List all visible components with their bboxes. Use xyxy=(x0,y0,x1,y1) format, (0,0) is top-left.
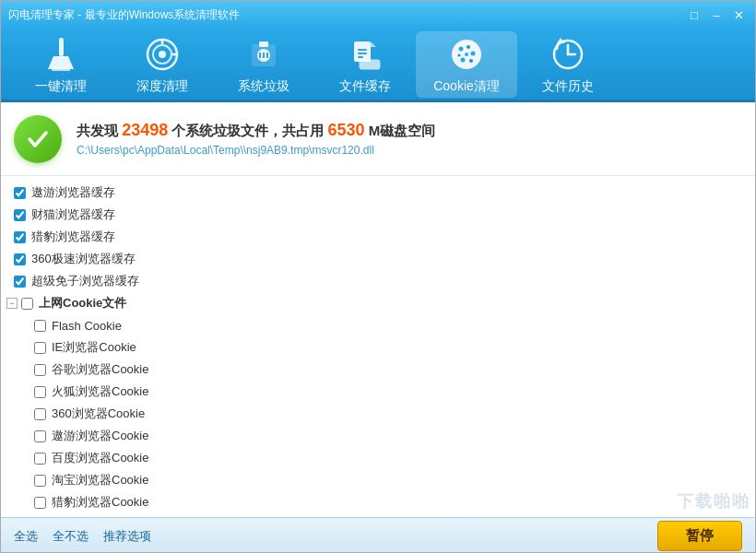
list-item-flash-cookie[interactable]: Flash Cookie xyxy=(1,314,755,336)
cookie-group-header[interactable]: − 上网Cookie文件 xyxy=(1,292,755,314)
summary-count: 23498 xyxy=(122,121,168,139)
nav-bar: 一键清理 深度清理 系统垃圾 xyxy=(1,29,755,102)
super-cache-checkbox[interactable] xyxy=(14,276,26,288)
firefox-cookie-label: 火狐浏览器Cookie xyxy=(52,383,148,400)
360-cookie-checkbox[interactable] xyxy=(34,408,46,420)
select-all-link[interactable]: 全选 xyxy=(14,528,38,545)
summary-bar: 共发现 23498 个系统垃圾文件，共占用 6530 M磁盘空间 C:\User… xyxy=(1,102,755,176)
liebao-cache-label: 猎豹浏览器缓存 xyxy=(31,229,115,245)
aoyou-cookie-label: 遨游浏览器Cookie xyxy=(52,428,148,444)
nav-file-cache[interactable]: 文件缓存 xyxy=(314,31,416,98)
svg-marker-1 xyxy=(48,56,74,69)
summary-path: C:\Users\pc\AppData\Local\Temp\\nsj9AB9.… xyxy=(77,144,435,157)
recommended-link[interactable]: 推荐选项 xyxy=(103,528,151,545)
svg-point-21 xyxy=(459,46,464,51)
caomao-cache-label: 财猫浏览器缓存 xyxy=(31,206,115,223)
liebao-cookie-label: 猎豹浏览器Cookie xyxy=(52,494,148,511)
nav-deep-clean[interactable]: 深度清理 xyxy=(112,31,213,98)
baidu-cookie-checkbox[interactable] xyxy=(34,453,46,465)
ie-cookie-label: IE浏览器Cookie xyxy=(52,339,136,356)
caomao-cookie-label: 财猫浏览器Cookie xyxy=(52,516,148,517)
ie-cookie-checkbox[interactable] xyxy=(34,342,46,354)
list-item-aoyou-cache[interactable]: 遨游浏览器缓存 xyxy=(1,182,755,204)
summary-main: 共发现 23498 个系统垃圾文件，共占用 6530 M磁盘空间 xyxy=(77,121,435,140)
check-circle xyxy=(14,115,62,163)
svg-rect-0 xyxy=(59,38,64,56)
list-item-liebao-cache[interactable]: 猎豹浏览器缓存 xyxy=(1,226,755,248)
sys-junk-icon xyxy=(243,34,284,75)
nav-sys-junk-label: 系统垃圾 xyxy=(238,78,289,95)
aoyou-cookie-checkbox[interactable] xyxy=(34,430,46,442)
chrome-cookie-label: 谷歌浏览器Cookie xyxy=(52,361,148,378)
pause-button[interactable]: 暂停 xyxy=(657,521,742,551)
cookie-icon xyxy=(446,34,487,75)
nav-file-history-label: 文件历史 xyxy=(542,78,594,95)
file-cache-icon xyxy=(345,34,385,75)
flash-cookie-label: Flash Cookie xyxy=(52,319,122,333)
maximize-button[interactable]: □ xyxy=(685,7,703,22)
list-item-liebao-cookie[interactable]: 猎豹浏览器Cookie xyxy=(1,491,755,513)
title-bar: 闪电清理专家 - 最专业的Windows系统清理软件 □ ‒ ✕ xyxy=(1,1,755,29)
svg-point-27 xyxy=(465,53,468,56)
360speed-cache-checkbox[interactable] xyxy=(14,253,26,265)
liebao-cookie-checkbox[interactable] xyxy=(34,497,46,509)
nav-one-key-label: 一键清理 xyxy=(35,78,87,95)
cookie-group-checkbox[interactable] xyxy=(21,298,33,310)
list-item-firefox-cookie[interactable]: 火狐浏览器Cookie xyxy=(1,381,755,403)
svg-point-26 xyxy=(458,53,461,56)
flash-cookie-checkbox[interactable] xyxy=(34,320,46,332)
taobao-cookie-checkbox[interactable] xyxy=(34,475,46,487)
list-item-aoyou-cookie[interactable]: 遨游浏览器Cookie xyxy=(1,425,755,447)
nav-cookie-clean-label: Cookie清理 xyxy=(433,78,500,95)
aoyou-cache-label: 遨游浏览器缓存 xyxy=(31,184,115,201)
list-item-taobao-cookie[interactable]: 淘宝浏览器Cookie xyxy=(1,469,755,491)
nav-sys-junk[interactable]: 系统垃圾 xyxy=(213,31,314,98)
nav-deep-clean-label: 深度清理 xyxy=(136,78,188,95)
deep-clean-icon xyxy=(142,34,183,75)
liebao-cache-checkbox[interactable] xyxy=(14,231,26,243)
list-item-360speed-cache[interactable]: 360极速浏览器缓存 xyxy=(1,248,755,270)
bottom-bar: 全选 全不选 推荐选项 暂停 xyxy=(1,517,755,553)
svg-point-22 xyxy=(467,45,470,49)
svg-rect-19 xyxy=(360,60,380,69)
svg-point-5 xyxy=(159,51,166,58)
nav-cookie-clean[interactable]: Cookie清理 xyxy=(416,31,517,98)
list-item-caomao-cache[interactable]: 财猫浏览器缓存 xyxy=(1,204,755,226)
close-button[interactable]: ✕ xyxy=(729,7,748,22)
nav-file-history[interactable]: 文件历史 xyxy=(517,31,619,98)
svg-marker-15 xyxy=(371,41,376,47)
list-item-chrome-cookie[interactable]: 谷歌浏览器Cookie xyxy=(1,359,755,381)
svg-point-25 xyxy=(461,57,466,62)
baidu-cookie-label: 百度浏览器Cookie xyxy=(52,450,148,466)
caomao-cache-checkbox[interactable] xyxy=(14,209,26,221)
file-history-icon xyxy=(548,34,588,75)
list-item-caomao-cookie[interactable]: 财猫浏览器Cookie xyxy=(1,513,755,517)
svg-rect-17 xyxy=(358,53,367,54)
summary-text: 共发现 23498 个系统垃圾文件，共占用 6530 M磁盘空间 C:\User… xyxy=(77,121,435,157)
select-none-link[interactable]: 全不选 xyxy=(53,528,89,545)
summary-unit: M磁盘空间 xyxy=(369,123,436,138)
svg-rect-10 xyxy=(259,41,268,47)
nav-file-cache-label: 文件缓存 xyxy=(339,78,391,95)
chrome-cookie-checkbox[interactable] xyxy=(34,364,46,376)
minimize-button[interactable]: ‒ xyxy=(707,7,726,22)
nav-one-key[interactable]: 一键清理 xyxy=(10,31,112,98)
360-cookie-label: 360浏览器Cookie xyxy=(52,406,145,422)
summary-size: 6530 xyxy=(328,121,365,139)
group-toggle-icon[interactable]: − xyxy=(6,298,18,309)
taobao-cookie-label: 淘宝浏览器Cookie xyxy=(52,472,148,488)
list-item-super-cache[interactable]: 超级免子浏览器缓存 xyxy=(1,270,755,292)
svg-point-23 xyxy=(471,51,476,55)
main-area: 共发现 23498 个系统垃圾文件，共占用 6530 M磁盘空间 C:\User… xyxy=(1,102,755,517)
list-item-ie-cookie[interactable]: IE浏览器Cookie xyxy=(1,336,755,359)
broom-icon xyxy=(41,34,81,75)
svg-point-24 xyxy=(469,59,473,63)
firefox-cookie-checkbox[interactable] xyxy=(34,386,46,398)
svg-rect-18 xyxy=(358,56,363,58)
360speed-cache-label: 360极速浏览器缓存 xyxy=(31,251,136,267)
list-item-baidu-cookie[interactable]: 百度浏览器Cookie xyxy=(1,447,755,469)
list-item-360-cookie[interactable]: 360浏览器Cookie xyxy=(1,403,755,425)
svg-rect-14 xyxy=(354,41,371,62)
aoyou-cache-checkbox[interactable] xyxy=(14,187,26,199)
list-area[interactable]: 遨游浏览器缓存 财猫浏览器缓存 猎豹浏览器缓存 360极速浏览器缓存 超级免子浏… xyxy=(1,176,755,517)
